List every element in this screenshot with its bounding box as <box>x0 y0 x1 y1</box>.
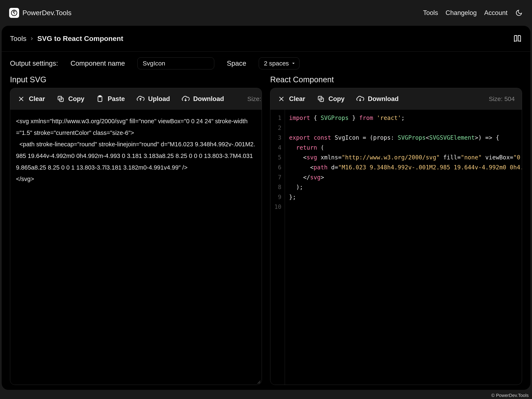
nav-link-tools[interactable]: Tools <box>423 9 438 17</box>
download-button[interactable]: Download <box>182 95 224 103</box>
space-label: Space <box>227 59 246 67</box>
clear-label: Clear <box>29 95 45 103</box>
main-panel: Tools SVG to React Component Output sett… <box>2 26 530 390</box>
input-svg-column: Input SVG Clear Copy Paste <box>10 75 262 385</box>
nav-link-account[interactable]: Account <box>484 9 507 17</box>
copy-label: Copy <box>329 95 345 103</box>
input-svg-box: Clear Copy Paste Upload <box>10 88 262 385</box>
brand[interactable]: PowerDev.Tools <box>9 8 71 18</box>
download-label: Download <box>368 95 399 103</box>
paste-button[interactable]: Paste <box>96 95 125 103</box>
output-code-lines: import { SVGProps } from 'react'; export… <box>285 110 522 385</box>
breadcrumb-parent[interactable]: Tools <box>10 34 26 43</box>
output-toolbar: Clear Copy Download Size: 504 <box>270 88 522 110</box>
chevron-right-icon <box>29 36 34 41</box>
clear-label: Clear <box>289 95 305 103</box>
react-output-title: React Component <box>270 75 522 84</box>
input-toolbar: Clear Copy Paste Upload <box>10 88 262 110</box>
nav-links: Tools Changelog Account <box>423 9 523 17</box>
top-nav: PowerDev.Tools Tools Changelog Account <box>0 0 532 26</box>
book-icon[interactable] <box>513 34 522 43</box>
component-name-input[interactable] <box>137 57 214 70</box>
input-svg-title: Input SVG <box>10 75 262 84</box>
moon-icon[interactable] <box>515 9 523 17</box>
copy-button[interactable]: Copy <box>57 95 85 103</box>
editors: Input SVG Clear Copy Paste <box>2 75 530 390</box>
copy-label: Copy <box>68 95 85 103</box>
download-button[interactable]: Download <box>356 95 399 103</box>
react-output-column: React Component Clear Copy Download <box>270 75 522 385</box>
input-size-label: Size: 3 <box>247 95 262 102</box>
input-svg-textarea[interactable] <box>10 110 262 385</box>
upload-label: Upload <box>148 95 170 103</box>
component-name-label: Component name <box>70 59 125 67</box>
paste-label: Paste <box>108 95 125 103</box>
react-output-box: Clear Copy Download Size: 504 1234567891… <box>270 88 522 385</box>
nav-link-changelog[interactable]: Changelog <box>446 9 477 17</box>
clear-button[interactable]: Clear <box>17 95 45 103</box>
download-label: Download <box>193 95 224 103</box>
output-size-label: Size: 504 <box>489 95 515 102</box>
copy-button[interactable]: Copy <box>317 95 345 103</box>
breadcrumb-current: SVG to React Component <box>37 34 123 43</box>
brand-name: PowerDev.Tools <box>22 9 71 17</box>
svg-point-1 <box>14 14 14 15</box>
space-select[interactable]: 2 spaces <box>259 57 299 70</box>
output-settings: Output settings: Component name Space 2 … <box>2 51 530 75</box>
output-code-area[interactable]: 12345678910 import { SVGProps } from 're… <box>270 110 522 385</box>
clear-button[interactable]: Clear <box>278 95 305 103</box>
space-select-value: 2 spaces <box>264 60 289 67</box>
upload-button[interactable]: Upload <box>137 95 170 103</box>
output-settings-label: Output settings: <box>10 59 58 67</box>
brand-logo-icon <box>9 8 19 18</box>
footer-copyright: © PowerDev.Tools <box>491 393 529 398</box>
gutter: 12345678910 <box>270 110 285 385</box>
caret-down-icon <box>291 60 296 67</box>
breadcrumb: Tools SVG to React Component <box>2 26 530 51</box>
